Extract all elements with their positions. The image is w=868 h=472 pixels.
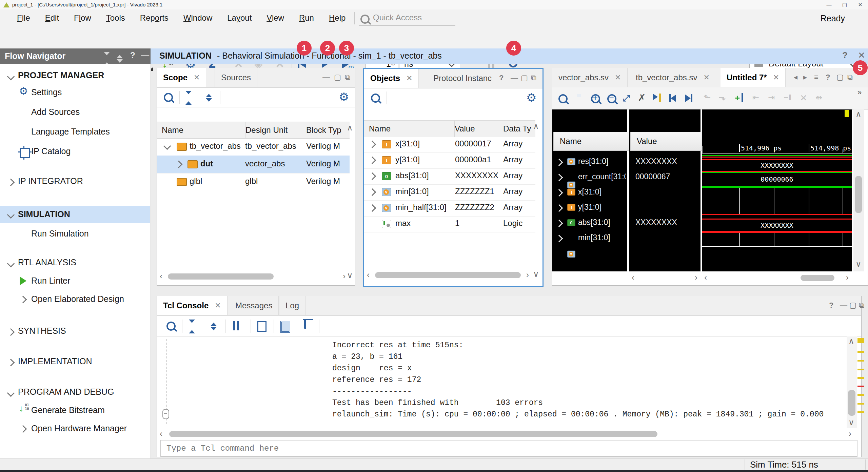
scroll-right-icon[interactable]: › [526,270,529,280]
error-mark[interactable] [857,351,864,353]
tab-tb-vector-abs-sv[interactable]: tb_vector_abs.sv✕ [630,68,716,87]
minimize-panel-icon[interactable]: — [840,301,847,310]
sim-help-icon[interactable]: ? [842,50,848,61]
sidebar-item-ip-catalog[interactable]: IP Catalog [31,146,71,156]
scroll-up-icon[interactable]: ∧ [347,123,353,132]
menu-item-run[interactable]: Run [299,13,314,23]
minimize-panel-icon[interactable]: — [141,50,149,59]
wave-signal-name[interactable]: y[31:0] [578,203,601,212]
menu-item-help[interactable]: Help [329,13,346,23]
tab-objects[interactable]: Objects✕ [364,69,419,88]
tab-close-icon[interactable]: ✕ [615,73,621,82]
wave-signal-name[interactable]: abs[31:0] [578,218,610,227]
wave-value-header[interactable]: Value [630,132,706,151]
h-scrollbar-thumb[interactable] [801,275,834,281]
expand-icon[interactable] [369,204,376,212]
help-icon[interactable]: ? [499,74,504,82]
sidebar-section-project-manager[interactable]: PROJECT MANAGER [18,70,104,80]
scroll-up-icon[interactable]: ∧ [533,122,539,131]
minimize-panel-icon[interactable]: — [322,73,330,82]
fold-handle-icon[interactable] [162,409,169,419]
menu-item-reports[interactable]: Reports [140,13,169,23]
tab-vector-abs-sv[interactable]: vector_abs.sv✕ [552,68,628,87]
h-scrollbar-thumb[interactable] [375,272,521,278]
scope-row-glbl[interactable]: glbl glbl Verilog M [157,173,350,191]
object-row-max[interactable]: max 1 Logic [364,216,535,232]
scroll-left-icon[interactable]: ‹ [160,271,162,281]
sidebar-section-ip-integrator[interactable]: IP INTEGRATOR [18,176,83,186]
expand-icon[interactable] [369,172,376,180]
scroll-down-icon[interactable]: ∨ [533,269,539,279]
sidebar-item-open-hardware-manager[interactable]: Open Hardware Manager [31,424,127,433]
report-icon[interactable] [280,321,290,333]
error-mark[interactable] [857,369,864,370]
scroll-up-icon[interactable]: ∧ [848,336,854,346]
search-icon[interactable] [164,93,173,102]
scroll-right-icon[interactable]: › [343,271,346,281]
menu-item-window[interactable]: Window [183,13,212,23]
column-header[interactable]: Name [364,121,455,137]
column-header[interactable]: Name [157,122,245,138]
tab-close-icon[interactable]: ✕ [215,301,221,310]
error-mark[interactable] [857,403,864,405]
error-mark[interactable] [857,338,864,343]
maximize-panel-icon[interactable]: ▢ [521,74,528,82]
panel-settings-icon[interactable]: ⚙ [339,90,349,104]
object-row-min-half[interactable]: min_half[31:0] ZZZZZZZ2 Array [364,200,535,217]
maximize-panel-icon[interactable]: ▢ [849,301,856,310]
console-output[interactable]: Incorrect res at time 515ns: a = 23, b =… [157,336,845,428]
scroll-right-icon[interactable]: › [695,273,697,282]
sidebar-item-generate-bitstream[interactable]: Generate Bitstream [31,405,105,415]
error-mark[interactable] [857,394,864,396]
expand-icon[interactable] [175,161,183,168]
expand-icon[interactable] [163,142,171,150]
scroll-up-icon[interactable]: ∧ [855,109,862,119]
tab-scroll-right-icon[interactable]: ▸ [803,73,807,82]
more-tools-icon[interactable]: » [857,88,862,97]
object-row-min[interactable]: min[31:0] ZZZZZZZ1 Array [364,184,535,201]
collapse-all-icon[interactable] [185,91,192,105]
goto-time-icon[interactable] [653,94,661,102]
column-header[interactable]: Value [450,121,503,137]
add-marker-icon[interactable]: + [735,93,743,103]
menu-item-flow[interactable]: Flow [74,13,91,23]
scope-row-tb_vector_abs[interactable]: tb_vector_abs tb_vector_abs Verilog M [157,138,350,156]
expand-all-icon[interactable] [211,320,217,333]
panel-settings-icon[interactable]: ⚙ [526,91,536,104]
h-scrollbar-thumb[interactable] [168,273,274,280]
quick-access-input[interactable]: Quick Access [373,13,454,24]
tab-untitled-7[interactable]: Untitled 7*✕ [721,68,786,87]
scope-row-dut[interactable]: dut vector_abs Verilog M [157,156,350,173]
expand-icon[interactable] [369,188,376,196]
sidebar-section-program-and-debug[interactable]: PROGRAM AND DEBUG [18,387,114,397]
object-row-abs[interactable]: 0 abs[31:0] XXXXXXXX Array [364,168,535,185]
sidebar-section-simulation[interactable]: SIMULATION [18,209,70,219]
wave-signal-name[interactable]: res[31:0] [578,157,609,166]
scroll-down-icon[interactable]: ∨ [347,271,353,280]
clear-console-icon[interactable] [304,320,306,329]
previous-transition-icon[interactable] [669,94,676,102]
column-header[interactable]: Design Unit [241,122,306,138]
pause-output-icon[interactable] [233,321,241,330]
float-panel-icon[interactable]: ⧉ [531,74,536,82]
scroll-down-icon[interactable]: ∨ [855,259,862,269]
float-panel-icon[interactable]: ⧉ [847,73,853,82]
tab-scope[interactable]: Scope✕ [157,68,206,87]
error-mark[interactable] [857,411,864,413]
sidebar-section-implementation[interactable]: IMPLEMENTATION [18,356,92,366]
scroll-left-icon[interactable]: ‹ [632,273,634,282]
help-icon[interactable]: ? [829,301,833,310]
wave-canvas[interactable]: 514,996 ps 514,998 ps XXXXXXXX 00000066 … [702,109,852,271]
next-transition-icon[interactable] [685,94,692,102]
copy-icon[interactable] [257,321,267,332]
sidebar-section-rtl-analysis[interactable]: RTL ANALYSIS [18,258,76,267]
tab-list-icon[interactable]: ≡ [814,73,818,82]
tab-log[interactable]: Log [279,296,305,315]
scroll-right-icon[interactable]: › [846,273,849,282]
menu-item-tools[interactable]: Tools [106,13,125,23]
minimize-icon[interactable]: — [821,0,837,9]
sidebar-section-synthesis[interactable]: SYNTHESIS [18,326,66,336]
console-v-scrollbar[interactable]: ∧ ∨ [847,336,857,428]
tab-scroll-left-icon[interactable]: ◂ [794,73,797,82]
tab-messages[interactable]: Messages [229,296,279,315]
